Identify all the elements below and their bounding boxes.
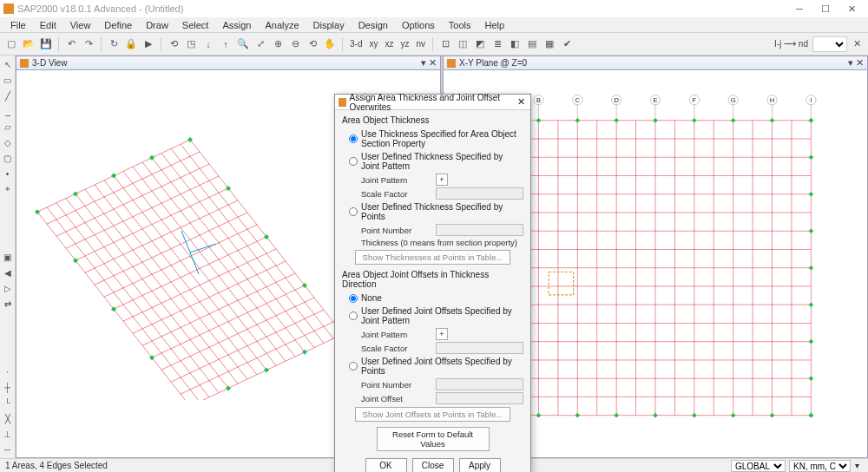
menu-display[interactable]: Display <box>306 18 352 32</box>
draw-poly-icon[interactable]: ◇ <box>1 135 15 149</box>
energy-icon[interactable]: ◧ <box>507 36 523 52</box>
menu-define[interactable]: Define <box>97 18 139 32</box>
snap-line-icon[interactable]: ─ <box>1 442 15 456</box>
run-icon[interactable]: ▶ <box>141 36 156 52</box>
zoom-in-icon[interactable]: ⊕ <box>270 36 286 52</box>
menu-file[interactable]: File <box>3 18 33 32</box>
pane-dropdown-icon[interactable]: ▾ ✕ <box>848 57 864 69</box>
menu-assign[interactable]: Assign <box>215 18 258 32</box>
toolbar-select[interactable] <box>812 36 847 52</box>
object-icon[interactable]: ◫ <box>455 36 470 52</box>
redo-icon[interactable]: ↷ <box>81 36 96 52</box>
table-icon[interactable]: ▦ <box>542 36 557 52</box>
view-nv-button[interactable]: nv <box>413 39 428 49</box>
draw-point-icon[interactable]: • <box>1 167 15 180</box>
menu-tools[interactable]: Tools <box>442 18 478 32</box>
menu-options[interactable]: Options <box>395 18 442 32</box>
reset-button[interactable]: Reset Form to Default Values <box>377 427 490 451</box>
section-icon[interactable]: ▤ <box>524 36 540 52</box>
pane-3d-header[interactable]: 3-D View ▾ ✕ <box>16 56 440 70</box>
jp-add-button[interactable]: + <box>436 174 448 186</box>
pane-3d-title: 3-D View <box>32 58 67 68</box>
menu-help[interactable]: Help <box>478 18 512 32</box>
rotate-icon[interactable]: ⟲ <box>166 36 181 52</box>
group1-title: Area Object Thickness <box>342 115 523 125</box>
menu-select[interactable]: Select <box>175 18 216 32</box>
snap-icon[interactable]: ⌖ <box>1 182 15 196</box>
draw-frame-icon[interactable]: ╱ <box>1 88 15 102</box>
units-select[interactable]: KN, mm, C <box>789 460 851 472</box>
radio-off-jp[interactable] <box>349 311 358 320</box>
radio-points[interactable] <box>349 207 358 216</box>
draw-area-icon[interactable]: ▱ <box>1 120 15 134</box>
radio-joint-pattern[interactable] <box>349 157 358 166</box>
deform-icon[interactable]: ◩ <box>472 36 488 52</box>
off-jp-add-button[interactable]: + <box>436 328 448 340</box>
open-icon[interactable]: 📂 <box>21 36 36 52</box>
coord-select[interactable]: GLOBAL <box>731 460 786 472</box>
pn-input <box>436 224 523 236</box>
lock-icon[interactable]: 🔒 <box>123 36 139 52</box>
svg-text:F: F <box>693 96 697 104</box>
save-icon[interactable]: 💾 <box>38 36 54 52</box>
jp-label: Joint Pattern <box>361 175 432 185</box>
undo-icon[interactable]: ↶ <box>63 36 79 52</box>
close-button[interactable]: ✕ <box>838 0 865 17</box>
snap-perp-icon[interactable]: ⊥ <box>1 427 15 441</box>
sel-clear-icon[interactable]: ▷ <box>1 281 15 295</box>
pane-plan-header[interactable]: X-Y Plane @ Z=0 ▾ ✕ <box>444 56 867 70</box>
svg-text:G: G <box>731 96 736 104</box>
draw-quick-icon[interactable]: ⎯ <box>1 104 15 118</box>
perspective-icon[interactable]: ◳ <box>183 36 199 52</box>
show-offsets-button: Show Joint Offsets at Points in Table... <box>355 407 511 422</box>
minimize-button[interactable]: ─ <box>786 0 812 17</box>
radio-off-points[interactable] <box>349 362 358 370</box>
menu-view[interactable]: View <box>63 18 98 32</box>
status-dropdown-icon[interactable]: ▾ <box>851 461 863 470</box>
dialog-titlebar[interactable]: Assign Area Thickness and Joint Offset O… <box>335 95 530 110</box>
zoom-out-icon[interactable]: ⊖ <box>287 36 303 52</box>
view-yz-button[interactable]: yz <box>398 39 411 49</box>
close-button-dlg[interactable]: Close <box>412 458 454 472</box>
view-3d-button[interactable]: 3-d <box>347 39 365 49</box>
pn-label: Point Number <box>361 226 432 235</box>
pan-icon[interactable]: ✋ <box>322 36 338 52</box>
group-joint-offsets: Area Object Joint Offsets in Thickness D… <box>342 270 523 422</box>
menu-edit[interactable]: Edit <box>33 18 63 32</box>
stress-icon[interactable]: ≣ <box>490 36 505 52</box>
refresh-icon[interactable]: ↻ <box>106 36 122 52</box>
window-close-icon[interactable]: ✕ <box>849 36 865 52</box>
ok-button[interactable]: OK <box>365 458 407 472</box>
arrow-up-icon[interactable]: ↑ <box>218 36 233 52</box>
pointer-icon[interactable]: ↖ <box>1 57 15 71</box>
zoom-extent-icon[interactable]: ⤢ <box>253 36 268 52</box>
snap-int-icon[interactable]: ╳ <box>1 411 15 425</box>
snap-pt-icon[interactable]: · <box>1 364 15 378</box>
draw-rect-icon[interactable]: ▢ <box>1 151 15 165</box>
maximize-button[interactable]: ☐ <box>812 0 838 17</box>
select-icon[interactable]: ▭ <box>1 73 15 87</box>
snap-end-icon[interactable]: └ <box>1 396 15 410</box>
shrink-icon[interactable]: ⊡ <box>437 36 453 52</box>
dialog-close-icon[interactable]: ✕ <box>515 96 527 108</box>
menu-analyze[interactable]: Analyze <box>258 18 306 32</box>
sel-all-icon[interactable]: ▣ <box>1 250 15 264</box>
view-xy-button[interactable]: xy <box>366 39 380 49</box>
arrow-down-icon[interactable]: ↓ <box>201 36 216 52</box>
svg-line-19 <box>56 164 209 236</box>
apply-button[interactable]: Apply <box>459 458 501 472</box>
view-xz-button[interactable]: xz <box>382 39 396 49</box>
pane-dropdown-icon[interactable]: ▾ ✕ <box>421 57 437 69</box>
zoom-icon[interactable]: 🔍 <box>235 36 251 52</box>
menu-design[interactable]: Design <box>352 18 395 32</box>
sel-prev-icon[interactable]: ◀ <box>1 266 15 279</box>
radio-none[interactable] <box>349 294 358 303</box>
radio-section-property[interactable] <box>349 134 358 143</box>
zoom-prev-icon[interactable]: ⟲ <box>305 36 320 52</box>
new-icon[interactable]: ▢ <box>3 36 19 52</box>
menu-draw[interactable]: Draw <box>139 18 175 32</box>
svg-line-21 <box>76 188 228 260</box>
sel-inv-icon[interactable]: ⇄ <box>1 297 15 311</box>
checkmark-icon[interactable]: ✔ <box>559 36 575 52</box>
snap-mid-icon[interactable]: ┼ <box>1 380 15 394</box>
